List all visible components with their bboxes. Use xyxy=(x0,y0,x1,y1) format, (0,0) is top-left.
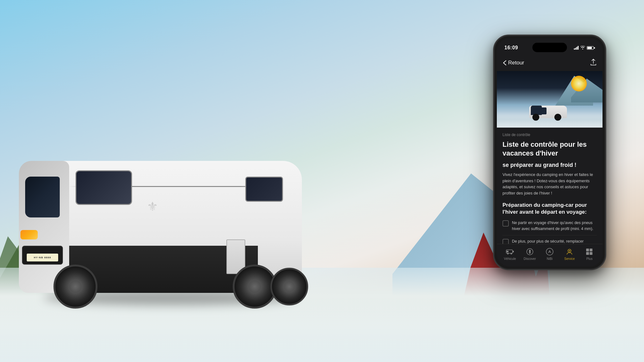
svg-rect-4 xyxy=(513,251,514,252)
tab-vehicule[interactable]: Véhicule xyxy=(500,248,520,261)
rv-wheel-front xyxy=(53,265,97,309)
tab-discover[interactable]: Discover xyxy=(520,248,540,261)
rv-icon xyxy=(506,248,514,256)
svg-point-3 xyxy=(510,253,512,255)
checklist-text-1: Ne partir en voyage d'hiver qu'avec des … xyxy=(512,220,597,232)
svg-rect-14 xyxy=(590,252,592,255)
phone-screen: 16:09 xyxy=(497,38,602,266)
rv-wheel-rear1 xyxy=(233,265,277,309)
rv-windshield xyxy=(25,177,60,217)
svg-rect-12 xyxy=(590,249,592,251)
section-title: Préparation du camping-car pour l'hiver … xyxy=(502,202,597,216)
tab-nibi-label: NiBi xyxy=(547,257,552,261)
checklist-item-1: Ne partir en voyage d'hiver qu'avec des … xyxy=(502,220,597,235)
status-icons xyxy=(574,46,595,50)
signal-bars xyxy=(574,46,579,50)
rv-motorhome: ⚜ HY·NB 8888 xyxy=(19,136,318,318)
rv-window-left xyxy=(75,170,132,205)
rv-license-plate: HY·NB 8888 xyxy=(27,254,58,261)
tab-bar: Véhicule Discover xyxy=(497,244,602,266)
tab-service-label: Service xyxy=(564,257,575,261)
tab-vehicule-label: Véhicule xyxy=(504,257,516,261)
rv-headlight-left xyxy=(20,230,38,239)
content-label: Liste de contrôle xyxy=(502,133,597,137)
checklist-text-2: De plus, pour plus de sécurité, remplace… xyxy=(512,239,597,244)
share-button[interactable] xyxy=(591,59,596,67)
tab-plus-label: Plus xyxy=(586,257,592,261)
status-time: 16:09 xyxy=(504,45,518,51)
svg-point-10 xyxy=(569,250,570,251)
svg-rect-1 xyxy=(507,251,508,252)
rv-logo: ⚜ xyxy=(145,195,160,217)
back-label: Retour xyxy=(508,60,524,66)
scroll-content: Liste de contrôle Liste de contrôle pour… xyxy=(497,71,602,244)
content-body: Vivez l'expérience du camping en hiver e… xyxy=(502,172,597,196)
nibi-icon xyxy=(546,248,554,256)
svg-rect-11 xyxy=(586,249,589,251)
content-area: Liste de contrôle Liste de contrôle pour… xyxy=(497,128,602,244)
compass-icon xyxy=(526,248,534,256)
tab-nibi[interactable]: NiBi xyxy=(540,248,559,261)
rv-window-right xyxy=(245,177,283,202)
content-subtitle: se préparer au grand froid ! xyxy=(502,162,597,168)
rv-wheel-rear2 xyxy=(270,268,308,305)
grid-icon xyxy=(585,248,593,256)
wifi-icon xyxy=(580,46,585,50)
checkbox-2[interactable] xyxy=(502,239,509,244)
content-title: Liste de contrôle pour les vacances d'hi… xyxy=(502,140,597,157)
svg-rect-13 xyxy=(586,252,589,255)
service-icon xyxy=(565,248,574,256)
nav-bar: Retour xyxy=(497,55,602,71)
checklist-item-2: De plus, pour plus de sécurité, remplace… xyxy=(502,239,597,244)
hero-image xyxy=(497,71,602,128)
tab-discover-label: Discover xyxy=(524,257,536,261)
back-button[interactable]: Retour xyxy=(503,60,524,66)
phone-mockup: 16:09 xyxy=(493,35,606,270)
checkbox-1[interactable] xyxy=(502,220,509,227)
svg-point-2 xyxy=(507,253,508,255)
svg-point-8 xyxy=(546,248,553,255)
battery-icon xyxy=(587,46,595,50)
svg-marker-7 xyxy=(529,251,530,254)
tab-service[interactable]: Service xyxy=(560,248,580,261)
tab-plus[interactable]: Plus xyxy=(580,248,599,261)
dynamic-island xyxy=(532,43,567,52)
